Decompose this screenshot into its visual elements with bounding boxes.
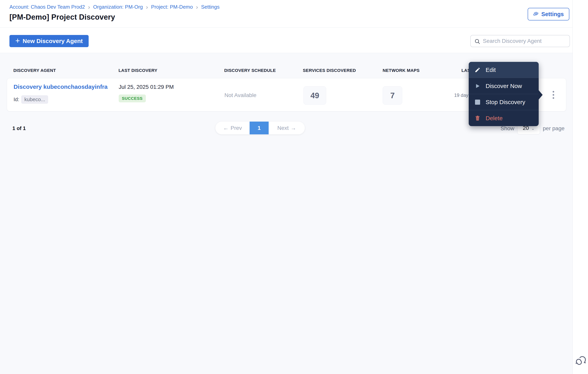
column-header-services-discovered: SERVICES DISCOVERED (303, 68, 356, 73)
per-page-label: per page (543, 125, 565, 132)
plus-icon: + (15, 38, 20, 44)
new-discovery-agent-label: New Discovery Agent (23, 38, 83, 44)
chevron-right-icon: › (146, 5, 148, 10)
app-container: Account: Chaos Dev Team Prod2 › Organiza… (0, 0, 573, 374)
arrow-right-icon: → (291, 125, 296, 131)
kebab-dot (553, 91, 554, 93)
column-header-last-discovery: LAST DISCOVERY (118, 68, 158, 73)
prev-page-button[interactable]: ← Prev (215, 122, 250, 134)
menu-item-delete-label: Delete (486, 115, 503, 122)
toolbar-band: + New Discovery Agent (0, 28, 572, 53)
breadcrumb-account[interactable]: Account: Chaos Dev Team Prod2 (10, 4, 85, 10)
menu-item-edit-label: Edit (486, 67, 496, 73)
menu-item-discover-now[interactable]: Discover Now (469, 78, 539, 94)
status-badge: SUCCESS (119, 94, 146, 102)
row-context-menu: Edit Discover Now Stop Discovery Delete (469, 62, 539, 126)
gear-icon (533, 11, 539, 17)
play-icon (475, 83, 481, 89)
discovery-agent-link[interactable]: Discovery kubeconchaosdayinfra (14, 83, 108, 90)
agent-id-label: Id: (14, 96, 19, 103)
next-page-button[interactable]: Next → (269, 122, 305, 134)
support-chat-button[interactable] (575, 355, 588, 368)
menu-item-stop-discovery-label: Stop Discovery (486, 99, 525, 105)
page-number-button[interactable]: 1 (250, 122, 269, 134)
pagination-pill: ← Prev 1 Next → (215, 122, 305, 134)
arrow-left-icon: ← (223, 125, 229, 131)
column-header-discovery-schedule: DISCOVERY SCHEDULE (224, 68, 276, 73)
settings-button[interactable]: Settings (528, 8, 569, 21)
menu-item-stop-discovery[interactable]: Stop Discovery (469, 94, 539, 110)
settings-button-label: Settings (541, 11, 564, 18)
chevron-right-icon: › (88, 5, 90, 10)
search-box (470, 35, 570, 47)
next-label: Next (277, 125, 289, 131)
column-header-network-maps: NETWORK MAPS (383, 68, 420, 73)
pencil-icon (475, 67, 481, 73)
breadcrumb-organization[interactable]: Organization: PM-Org (93, 4, 143, 10)
last-discovery-timestamp: Jul 25, 2025 01:29 PM (119, 84, 174, 90)
kebab-dot (553, 97, 554, 99)
pagination-summary: 1 of 1 (12, 125, 26, 131)
chat-bubbles-icon (575, 355, 588, 368)
chevron-down-icon: ⌄ (531, 126, 535, 131)
kebab-dot (553, 94, 554, 96)
new-discovery-agent-button[interactable]: + New Discovery Agent (10, 35, 89, 47)
agent-id-line: Id: kubeco... (14, 95, 48, 104)
header-band: Account: Chaos Dev Team Prod2 › Organiza… (0, 0, 572, 28)
show-label: Show (501, 125, 514, 132)
breadcrumb: Account: Chaos Dev Team Prod2 › Organiza… (10, 4, 220, 10)
menu-item-edit[interactable]: Edit (469, 62, 539, 78)
chevron-right-icon: › (196, 5, 198, 10)
menu-item-delete[interactable]: Delete (469, 110, 539, 126)
prev-label: Prev (231, 125, 242, 131)
last-value: 19 day (454, 93, 468, 98)
column-header-discovery-agent: DISCOVERY AGENT (13, 68, 56, 73)
page-title: [PM-Demo] Project Discovery (10, 13, 115, 21)
search-icon (474, 38, 481, 45)
discovery-schedule-value: Not Available (224, 92, 256, 98)
search-input[interactable] (471, 35, 569, 47)
row-kebab-menu-button[interactable] (544, 85, 563, 104)
services-discovered-count[interactable]: 49 (304, 86, 326, 105)
agent-id-pill[interactable]: kubeco... (21, 95, 48, 104)
breadcrumb-settings[interactable]: Settings (201, 4, 220, 10)
menu-item-discover-now-label: Discover Now (486, 83, 522, 89)
stop-icon (475, 100, 481, 105)
trash-icon (475, 115, 481, 121)
network-maps-count[interactable]: 7 (383, 86, 402, 105)
breadcrumb-project[interactable]: Project: PM-Demo (151, 4, 193, 10)
